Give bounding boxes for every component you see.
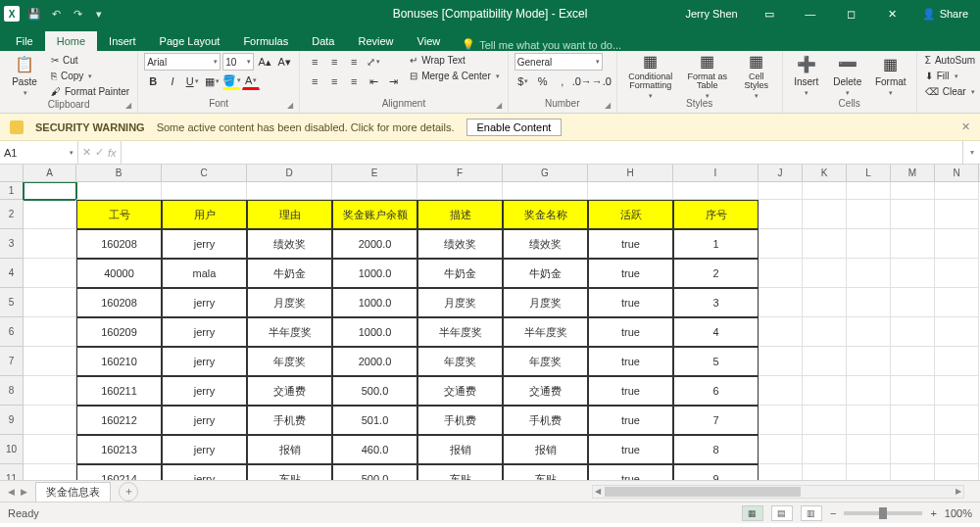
cell-G1[interactable] [503,182,588,200]
sheet-nav-next-icon[interactable]: ▶ [19,487,29,497]
align-middle-icon[interactable]: ≡ [325,53,343,71]
cell-M9[interactable] [891,406,935,435]
cell-A8[interactable] [24,376,76,406]
cell-J8[interactable] [759,376,803,406]
column-header-C[interactable]: C [162,165,247,181]
column-header-L[interactable]: L [847,165,891,181]
cell-M2[interactable] [891,200,935,229]
currency-icon[interactable]: $▾ [514,72,532,90]
cell-C3[interactable]: jerry [162,229,247,259]
cell-D9[interactable]: 手机费 [247,406,332,435]
format-cells-button[interactable]: ▦Format▾ [871,53,910,98]
tab-home[interactable]: Home [45,31,97,51]
cell-M10[interactable] [891,435,935,464]
user-name[interactable]: Jerry Shen [685,8,737,20]
cell-I10[interactable]: 8 [673,435,759,464]
format-painter-button[interactable]: 🖌Format Painter [49,84,131,99]
security-close-icon[interactable]: ✕ [961,120,970,133]
page-break-view-icon[interactable]: ▥ [801,505,822,521]
cell-J9[interactable] [759,406,803,435]
decrease-indent-icon[interactable]: ⇤ [365,72,382,90]
cell-N1[interactable] [935,182,979,200]
scroll-thumb[interactable] [605,487,801,497]
paste-button[interactable]: 📋 Paste ▾ [6,53,43,98]
cell-D8[interactable]: 交通费 [247,376,332,406]
orientation-icon[interactable]: ⤢▾ [365,53,382,71]
cell-A10[interactable] [24,435,76,464]
row-header-1[interactable]: 1 [0,182,24,200]
cell-H9[interactable]: true [588,406,673,435]
cell-K11[interactable] [803,464,847,480]
column-header-E[interactable]: E [332,165,417,181]
tab-view[interactable]: View [406,31,453,51]
enter-formula-icon[interactable]: ✓ [95,146,104,159]
cell-K4[interactable] [803,259,847,288]
cell-C9[interactable]: jerry [162,406,247,435]
cell-F2[interactable]: 描述 [417,200,503,229]
cell-K2[interactable] [803,200,847,229]
cell-J1[interactable] [759,182,803,200]
cell-F4[interactable]: 牛奶金 [417,259,503,288]
align-center-icon[interactable]: ≡ [325,72,343,90]
cell-K9[interactable] [803,406,847,435]
cell-N8[interactable] [935,376,979,406]
cell-M8[interactable] [891,376,935,406]
cell-B2[interactable]: 工号 [76,200,162,229]
fill-button[interactable]: ⬇Fill▾ [923,69,980,83]
cell-H10[interactable]: true [588,435,673,464]
cell-A2[interactable] [24,200,76,229]
cell-E11[interactable]: 500.0 [332,464,417,480]
row-header-8[interactable]: 8 [0,376,24,406]
cell-A6[interactable] [24,317,76,347]
row-header-11[interactable]: 11 [0,464,24,480]
cell-F5[interactable]: 月度奖 [417,288,503,317]
row-header-7[interactable]: 7 [0,347,24,376]
cell-K8[interactable] [803,376,847,406]
merge-center-button[interactable]: ⊟Merge & Center▾ [408,69,502,83]
cell-A3[interactable] [24,229,76,259]
format-as-table-button[interactable]: ▦Format as Table▾ [684,53,731,98]
tell-me-search[interactable]: 💡 Tell me what you want to do... [452,38,631,51]
column-header-A[interactable]: A [24,165,76,181]
undo-icon[interactable]: ↶ [47,5,65,23]
zoom-level[interactable]: 100% [945,507,972,519]
enable-content-button[interactable]: Enable Content [466,119,563,136]
tab-review[interactable]: Review [346,31,405,51]
align-right-icon[interactable]: ≡ [345,72,363,90]
decrease-decimal-icon[interactable]: →.0 [593,72,611,90]
cell-N3[interactable] [935,229,979,259]
align-left-icon[interactable]: ≡ [306,72,323,90]
clear-button[interactable]: ⌫Clear▾ [923,84,980,99]
copy-button[interactable]: ⎘Copy▾ [49,69,131,83]
column-header-K[interactable]: K [803,165,847,181]
cell-G6[interactable]: 半年度奖 [503,317,588,347]
cell-N7[interactable] [935,347,979,376]
autosum-button[interactable]: ΣAutoSum▾ [923,53,980,68]
cell-F3[interactable]: 绩效奖 [417,229,503,259]
cell-F9[interactable]: 手机费 [417,406,503,435]
cell-J5[interactable] [759,288,803,317]
increase-font-icon[interactable]: A▴ [256,53,273,71]
cell-N2[interactable] [935,200,979,229]
cell-F11[interactable]: 车贴 [417,464,503,480]
cell-G5[interactable]: 月度奖 [503,288,588,317]
cell-J6[interactable] [759,317,803,347]
column-header-I[interactable]: I [673,165,759,181]
cell-L4[interactable] [847,259,891,288]
cell-I8[interactable]: 6 [673,376,759,406]
cell-I7[interactable]: 5 [673,347,759,376]
cell-K10[interactable] [803,435,847,464]
cell-H2[interactable]: 活跃 [588,200,673,229]
cell-D3[interactable]: 绩效奖 [247,229,332,259]
decrease-font-icon[interactable]: A▾ [275,53,293,71]
cell-N9[interactable] [935,406,979,435]
column-header-F[interactable]: F [417,165,503,181]
cut-button[interactable]: ✂Cut [49,53,131,68]
share-button[interactable]: 👤 Share [914,0,976,27]
cell-F7[interactable]: 年度奖 [417,347,503,376]
cell-E7[interactable]: 2000.0 [332,347,417,376]
cell-L8[interactable] [847,376,891,406]
cell-H5[interactable]: true [588,288,673,317]
close-window-icon[interactable]: ✕ [873,0,912,27]
expand-formula-bar-icon[interactable]: ▾ [962,141,980,164]
